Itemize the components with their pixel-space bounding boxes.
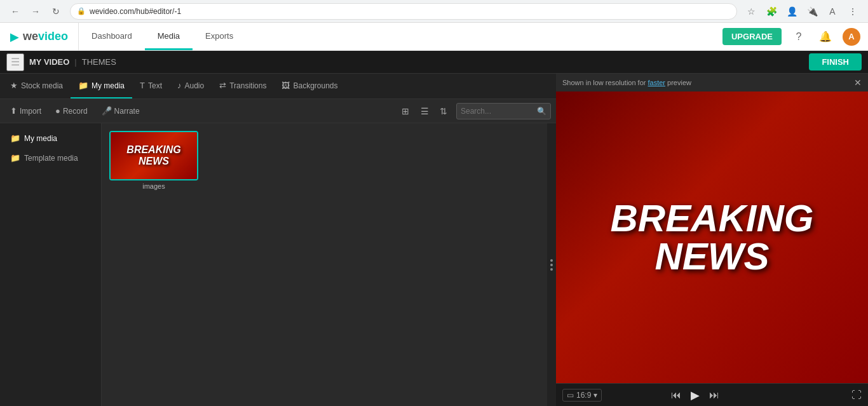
- breaking-news-preview: BREAKINGNEWS: [556, 91, 868, 383]
- narrate-icon: 🎤: [102, 106, 112, 116]
- list-view-button[interactable]: ☰: [416, 102, 433, 120]
- sort-button[interactable]: ⇅: [435, 102, 452, 120]
- refresh-button[interactable]: ↻: [47, 3, 65, 20]
- transitions-icon: ⇄: [219, 81, 226, 90]
- breaking-news-preview-text: BREAKINGNEWS: [610, 200, 813, 276]
- menu-icon[interactable]: ⋮: [844, 3, 862, 20]
- hamburger-button[interactable]: ☰: [6, 53, 24, 71]
- tab-text[interactable]: T Text: [132, 74, 170, 98]
- browser-nav-buttons: ← → ↻: [6, 3, 65, 20]
- folder-icon: 📁: [78, 81, 88, 90]
- grid-view-button[interactable]: ⊞: [397, 102, 414, 120]
- dot-2: [550, 264, 553, 266]
- header-right: UPGRADE ? 🔔 A: [722, 27, 868, 46]
- browser-action-buttons: ☆ 🧩 👤 🔌 A ⋮: [742, 3, 862, 20]
- editor-main: ★ Stock media 📁 My media T Text ♪ Audio …: [0, 74, 868, 406]
- media-tabs: ★ Stock media 📁 My media T Text ♪ Audio …: [0, 74, 556, 99]
- dot-1: [550, 259, 553, 262]
- title-separator: |: [74, 57, 76, 67]
- star-icon: ★: [10, 81, 18, 90]
- my-media-folder-icon: 📁: [10, 133, 20, 143]
- forward-button[interactable]: →: [27, 3, 44, 20]
- ratio-icon: ▭: [567, 391, 574, 400]
- finish-button[interactable]: FINISH: [809, 53, 862, 71]
- dot-3: [550, 268, 553, 271]
- media-item-label: images: [109, 182, 198, 190]
- preview-panel: Shown in low resolution for faster previ…: [556, 74, 868, 406]
- chevron-down-icon: ▾: [593, 391, 597, 400]
- avatar-icon[interactable]: A: [824, 3, 841, 20]
- list-item[interactable]: BREAKINGNEWS images: [109, 131, 198, 190]
- avatar[interactable]: A: [843, 28, 860, 46]
- browser-chrome: ← → ↻ 🔒 wevideo.com/hub#editor/-1 ☆ 🧩 👤 …: [0, 0, 868, 23]
- address-bar[interactable]: 🔒 wevideo.com/hub#editor/-1: [70, 3, 737, 20]
- search-icon: 🔍: [537, 107, 546, 116]
- skip-forward-button[interactable]: ⏭: [709, 389, 719, 401]
- play-button[interactable]: ▶: [686, 386, 704, 404]
- tab-my-media[interactable]: 📁 My media: [71, 74, 132, 98]
- text-icon: T: [140, 81, 145, 90]
- back-button[interactable]: ←: [6, 3, 24, 20]
- left-panel: ★ Stock media 📁 My media T Text ♪ Audio …: [0, 74, 556, 406]
- search-box: 🔍: [456, 103, 551, 119]
- profile-icon[interactable]: 👤: [783, 3, 801, 20]
- breaking-news-thumbnail: BREAKINGNEWS: [111, 132, 197, 179]
- upgrade-button[interactable]: UPGRADE: [722, 28, 782, 45]
- media-content: 📁 My media 📁 Template media BREAKINGNEWS: [0, 123, 556, 406]
- bookmark-star-icon[interactable]: ☆: [742, 3, 760, 20]
- exports-nav-item[interactable]: Exports: [193, 23, 246, 50]
- project-title: MY VIDEO: [29, 57, 69, 67]
- header-nav: Dashboard Media Exports: [78, 23, 246, 50]
- tab-backgrounds[interactable]: 🖼 Backgrounds: [274, 74, 345, 98]
- tab-transitions[interactable]: ⇄ Transitions: [212, 74, 274, 98]
- app-header: ▶ wevideo Dashboard Media Exports UPGRAD…: [0, 23, 868, 51]
- tab-audio[interactable]: ♪ Audio: [170, 74, 212, 98]
- import-button[interactable]: ⬆ Import: [5, 104, 46, 118]
- template-folder-icon: 📁: [10, 153, 20, 163]
- backgrounds-icon: 🖼: [281, 81, 290, 90]
- narrate-button[interactable]: 🎤 Narrate: [97, 104, 145, 118]
- sidebar-item-my-media[interactable]: 📁 My media: [0, 128, 101, 148]
- preview-banner-text: Shown in low resolution for faster previ…: [562, 79, 691, 86]
- extensions-icon[interactable]: 🧩: [763, 3, 780, 20]
- breaking-news-thumb-text: BREAKINGNEWS: [126, 144, 180, 166]
- preview-banner: Shown in low resolution for faster previ…: [556, 74, 868, 91]
- sidebar-nav: 📁 My media 📁 Template media: [0, 123, 102, 406]
- fullscreen-button[interactable]: ⛶: [851, 389, 862, 401]
- media-toolbar: ⬆ Import ● Record 🎤 Narrate ⊞ ☰ ⇅: [0, 99, 556, 123]
- extension-icon-2[interactable]: 🔌: [803, 3, 821, 20]
- url-text: wevideo.com/hub#editor/-1: [90, 7, 181, 16]
- dashboard-nav-item[interactable]: Dashboard: [79, 23, 145, 50]
- logo-text: wevideo: [23, 30, 68, 43]
- aspect-ratio-selector[interactable]: ▭ 16:9 ▾: [562, 389, 602, 402]
- preview-controls: ▭ 16:9 ▾ ⏮ ▶ ⏭ ⛶: [556, 383, 868, 406]
- editor-topbar: ☰ MY VIDEO | THEMES FINISH: [0, 51, 868, 74]
- playback-controls: ⏮ ▶ ⏭: [671, 386, 719, 404]
- preview-video: BREAKINGNEWS: [556, 91, 868, 383]
- tab-stock-media[interactable]: ★ Stock media: [3, 74, 71, 98]
- help-button[interactable]: ?: [789, 27, 808, 46]
- media-thumbnail: BREAKINGNEWS: [109, 131, 198, 180]
- preview-close-button[interactable]: ✕: [854, 78, 862, 88]
- wevideo-logo: ▶ wevideo: [0, 23, 78, 50]
- media-nav-item[interactable]: Media: [145, 23, 193, 50]
- notifications-button[interactable]: 🔔: [816, 27, 835, 46]
- toolbar-view-buttons: ⊞ ☰ ⇅: [397, 102, 452, 120]
- record-button[interactable]: ● Record: [50, 104, 93, 118]
- lock-icon: 🔒: [77, 7, 86, 15]
- panel-resize-handle[interactable]: [547, 123, 556, 406]
- logo-play-icon: ▶: [10, 30, 19, 44]
- media-grid: BREAKINGNEWS images: [102, 123, 547, 406]
- record-icon: ●: [55, 106, 60, 116]
- audio-icon: ♪: [177, 81, 182, 90]
- import-icon: ⬆: [10, 106, 17, 116]
- skip-back-button[interactable]: ⏮: [671, 389, 681, 401]
- sidebar-item-template-media[interactable]: 📁 Template media: [0, 148, 101, 168]
- themes-button[interactable]: THEMES: [82, 57, 116, 67]
- search-input[interactable]: [461, 107, 537, 116]
- editor: ☰ MY VIDEO | THEMES FINISH ★ Stock media…: [0, 51, 868, 406]
